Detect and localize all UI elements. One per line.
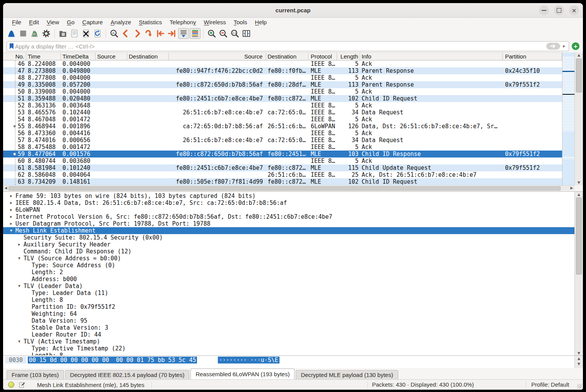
- start-capture-button[interactable]: [6, 28, 17, 39]
- packet-row-55[interactable]: 558.4689440.001896ca:72:65:0d:b7:b8:56:a…: [3, 123, 562, 130]
- open-capture-file-button[interactable]: [57, 28, 68, 39]
- profile-status[interactable]: Profile: Default: [531, 381, 569, 388]
- expert-info-icon[interactable]: [8, 382, 14, 388]
- save-capture-file-button[interactable]: [69, 28, 80, 39]
- expand-icon[interactable]: ▸: [8, 199, 14, 206]
- column-header-proto[interactable]: Protocol: [308, 53, 337, 60]
- expand-icon[interactable]: ▸: [8, 193, 14, 199]
- detail-line[interactable]: Length: 2: [3, 269, 574, 276]
- packet-list-vscroll-thumb[interactable]: [576, 59, 582, 92]
- scroll-down-icon[interactable]: ▼: [575, 180, 583, 185]
- go-to-packet-button[interactable]: [143, 28, 154, 39]
- packet-row-50[interactable]: 508.3390080.004000IEEE 8…5Ack: [3, 88, 562, 95]
- detail-line[interactable]: ▸Internet Protocol Version 6, Src: fe80:…: [3, 213, 574, 220]
- expand-icon[interactable]: ▸: [17, 241, 22, 248]
- apply-filter-button[interactable]: [546, 43, 560, 50]
- detail-line[interactable]: Weighting: 64: [3, 310, 574, 317]
- collapse-icon[interactable]: ▾: [8, 227, 14, 234]
- packet-list-hscroll-thumb[interactable]: [8, 186, 561, 191]
- detail-line[interactable]: Security Suite: 802.15.4 Security (0x00): [3, 234, 574, 241]
- reload-capture-file-button[interactable]: [92, 28, 103, 39]
- expand-icon[interactable]: ▸: [8, 206, 14, 213]
- bookmark-icon[interactable]: [9, 43, 14, 50]
- detail-line[interactable]: ▾Mesh Link Establishment: [3, 227, 574, 234]
- bytes-tab-3[interactable]: Decrypted MLE payload (130 bytes): [296, 370, 398, 379]
- colorize-toggle-button[interactable]: [190, 28, 200, 39]
- auto-scroll-toggle-button[interactable]: [178, 28, 189, 39]
- expand-icon[interactable]: ▸: [8, 220, 14, 227]
- scroll-down-icon[interactable]: ▼: [575, 350, 583, 355]
- packet-row-49[interactable]: 498.3350080.057200fe80::c872:650d:b7b8:5…: [3, 81, 562, 88]
- detail-line[interactable]: Stable Data Version: 3: [3, 324, 574, 331]
- menu-file[interactable]: File: [8, 19, 25, 25]
- column-header-no[interactable]: No.: [3, 53, 26, 60]
- packet-row-58[interactable]: 588.4754880.001472IEEE 8…5Ack: [3, 144, 562, 151]
- packet-row-53[interactable]: 538.4655760.10244026:51:c6:b7:e8:ce:4b:e…: [3, 109, 562, 116]
- detail-line[interactable]: Address: b000: [3, 276, 574, 283]
- zoom-in-button[interactable]: [206, 28, 217, 39]
- scroll-up-icon[interactable]: ▲: [575, 52, 583, 58]
- detail-line[interactable]: ▸Auxiliary Security Header: [3, 241, 574, 248]
- detail-line[interactable]: Data Version: 95: [3, 317, 574, 324]
- packet-row-56[interactable]: 568.4733600.004416IEEE 8…5Ack: [3, 130, 562, 137]
- column-header-src2[interactable]: Source: [169, 53, 266, 60]
- display-filter-input[interactable]: [14, 43, 546, 50]
- go-to-first-packet-button[interactable]: [155, 28, 166, 39]
- detail-line[interactable]: ▸Frame 59: 103 bytes on wire (824 bits),…: [3, 193, 574, 199]
- packet-row-48[interactable]: 488.2778080.004000IEEE 8…5Ack: [3, 74, 562, 81]
- column-header-dst2[interactable]: Destination: [266, 53, 308, 60]
- packet-row-52[interactable]: 528.3631360.003648IEEE 8…5Ack: [3, 102, 562, 109]
- packet-row-51[interactable]: 518.3594880.020480fe80::2451:c6b7:e8ce:4…: [3, 95, 562, 102]
- restart-capture-button[interactable]: [29, 28, 40, 39]
- add-filter-button[interactable]: +: [572, 42, 579, 50]
- scroll-left-icon[interactable]: ◀: [3, 186, 8, 191]
- menu-analyze[interactable]: Analyze: [107, 19, 135, 25]
- packet-row-57[interactable]: 578.4740160.00065626:51:c6:b7:e8:ce:4b:e…: [3, 137, 562, 144]
- close-button[interactable]: ✕: [569, 5, 579, 15]
- detail-line[interactable]: ▸IEEE 802.15.4 Data, Dst: 26:51:c6:b7:e8…: [3, 199, 574, 206]
- menu-telephony[interactable]: Telephony: [166, 19, 200, 25]
- detail-line[interactable]: ▾TLV (Leader Data): [3, 283, 574, 290]
- packet-row-61[interactable]: 618.5819840.101240fe80::2451:c6b7:e8ce:4…: [3, 164, 562, 171]
- go-forward-button[interactable]: [132, 28, 143, 39]
- collapse-icon[interactable]: ▾: [17, 283, 22, 290]
- collapse-icon[interactable]: ▾: [17, 255, 22, 262]
- menu-statistics[interactable]: Statistics: [135, 19, 166, 25]
- column-header-delta[interactable]: TimeDelta: [61, 53, 96, 60]
- detail-line[interactable]: Leader Router ID: 44: [3, 331, 574, 338]
- menu-view[interactable]: View: [43, 19, 63, 25]
- packet-row-54[interactable]: 548.4670480.001472IEEE 8…5Ack: [3, 116, 562, 123]
- detail-line[interactable]: ▾TLV (Active Timestamp): [3, 338, 574, 345]
- menu-wireless[interactable]: Wireless: [200, 19, 230, 25]
- column-header-src1[interactable]: Source: [96, 53, 127, 60]
- column-header-dst1[interactable]: Destination: [127, 53, 169, 60]
- scroll-up-icon[interactable]: ▲: [575, 192, 583, 197]
- detail-line[interactable]: ▾TLV (Source Address = b0:00): [3, 255, 574, 262]
- detail-line[interactable]: Length: 8: [3, 352, 574, 355]
- packet-row-47[interactable]: 478.2738080.049800fe80::947f:f476:22bc:c…: [3, 67, 562, 74]
- detail-line[interactable]: Length: 8: [3, 297, 574, 303]
- hex-bytes[interactable]: 00 15 0d 00 00 00 00 00 00 00 01 75 bb 5…: [28, 357, 197, 364]
- display-filter-box[interactable]: ▾: [7, 41, 569, 51]
- stop-capture-button[interactable]: [18, 28, 29, 39]
- detail-line[interactable]: ▸6LoWPAN: [3, 206, 574, 213]
- go-to-last-packet-button[interactable]: [167, 28, 177, 39]
- detail-line[interactable]: ▸User Datagram Protocol, Src Port: 19788…: [3, 220, 574, 227]
- packet-row-46[interactable]: 468.2240080.004000IEEE 8…5Ack: [3, 60, 562, 67]
- menu-help[interactable]: Help: [251, 19, 271, 25]
- minimize-button[interactable]: [539, 5, 549, 15]
- packet-list-minimap[interactable]: [562, 52, 574, 185]
- details-vscrollbar[interactable]: ▲ ▼: [574, 192, 583, 355]
- packet-row-63[interactable]: 638.7342090.148161fe80::505e:f807:7f81:4…: [3, 178, 562, 185]
- detail-line[interactable]: Type: Active Timestamp (22): [3, 345, 574, 352]
- detail-line[interactable]: Partition ID: 0x79f551f2: [3, 303, 574, 310]
- capture-comment-icon[interactable]: [19, 382, 25, 388]
- packet-list-hscrollbar[interactable]: ◀ ▶: [3, 185, 574, 191]
- expand-icon[interactable]: ▸: [8, 213, 14, 220]
- zoom-out-button[interactable]: [218, 28, 229, 39]
- scroll-up-icon[interactable]: ▲: [575, 356, 583, 361]
- scroll-down-icon[interactable]: ▼: [575, 361, 583, 367]
- detail-line[interactable]: Type: Source Address (0): [3, 262, 574, 269]
- column-header-part[interactable]: Partition: [503, 53, 562, 60]
- column-header-time[interactable]: Time: [26, 53, 61, 60]
